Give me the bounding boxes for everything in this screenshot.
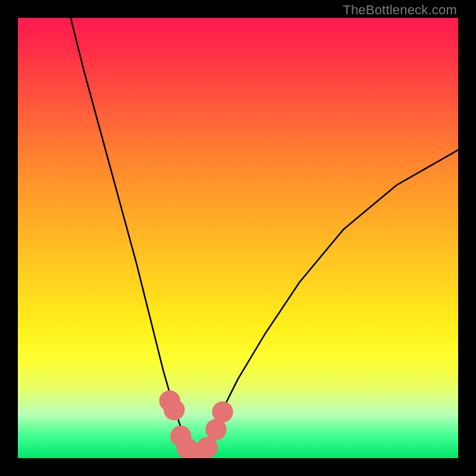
highlight-markers — [159, 390, 233, 458]
marker-dot — [196, 437, 218, 458]
plot-area — [18, 18, 458, 458]
chart-frame: TheBottleneck.com — [0, 0, 476, 476]
watermark-text: TheBottleneck.com — [343, 2, 457, 18]
marker-dot — [164, 399, 185, 421]
chart-svg — [18, 18, 458, 458]
bottleneck-curve — [71, 18, 458, 453]
marker-dot — [212, 402, 233, 423]
